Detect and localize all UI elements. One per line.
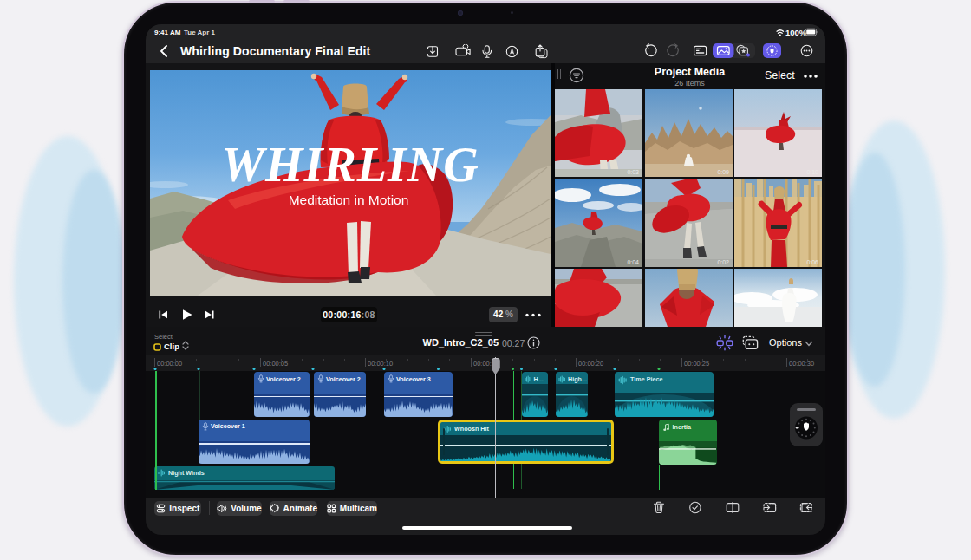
svg-text:100%: 100% [785, 28, 807, 37]
svg-text:0:06: 0:06 [806, 259, 818, 265]
svg-text:0:03: 0:03 [627, 169, 639, 175]
svg-text:0:04: 0:04 [627, 259, 639, 265]
svg-text:Meditation in Motion: Meditation in Motion [289, 192, 409, 207]
svg-text:0:02: 0:02 [717, 259, 729, 265]
svg-text:0:09: 0:09 [717, 169, 729, 175]
svg-text:0:10: 0:10 [806, 169, 818, 175]
svg-text:WHIRLING: WHIRLING [221, 138, 479, 192]
